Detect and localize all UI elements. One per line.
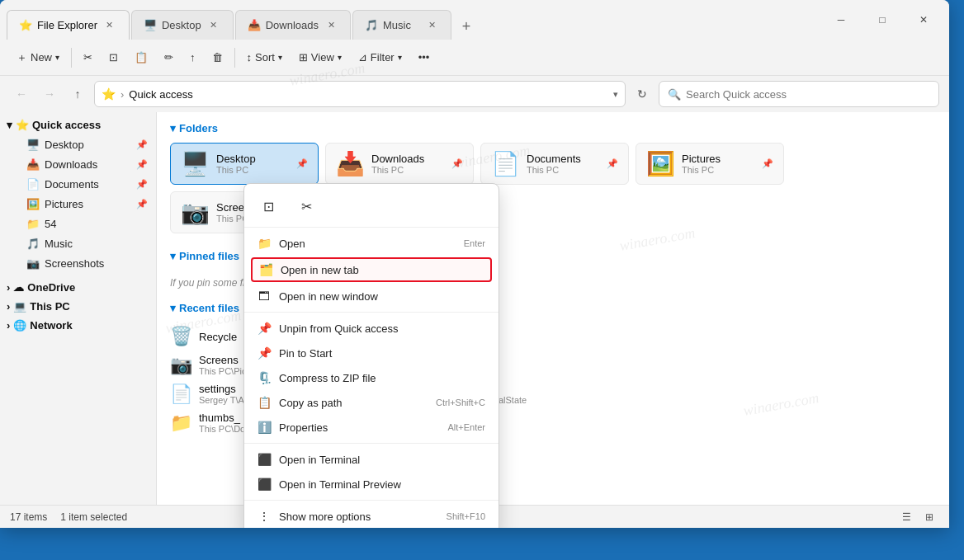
search-box[interactable]: 🔍 [659, 81, 939, 107]
sidebar-item-music[interactable]: 🎵 Music [3, 234, 153, 253]
tab-icon-desktop: 🖥️ [144, 19, 157, 31]
new-button[interactable]: ＋ New ▾ [10, 46, 66, 69]
ctx-open[interactable]: 📁 Open Enter [244, 231, 499, 256]
delete-button[interactable]: 🗑 [206, 47, 229, 68]
music-folder-icon: 🎵 [26, 238, 40, 250]
sort-label: Sort [255, 51, 275, 64]
documents-pin-icon: 📌 [136, 179, 148, 190]
folder-documents[interactable]: 📄 Documents This PC 📌 [480, 143, 629, 185]
sidebar-54-label: 54 [45, 218, 56, 230]
ctx-open-new-window[interactable]: 🗔 Open in new window [244, 284, 499, 308]
sidebar-network-header[interactable]: › 🌐 Network [0, 316, 156, 335]
sidebar-thispc-header[interactable]: › 💻 This PC [0, 297, 156, 316]
search-input[interactable] [686, 88, 930, 101]
copy-button[interactable]: ⊡ [102, 47, 125, 68]
view-chevron-icon: ▾ [338, 53, 342, 62]
ctx-open-new-tab[interactable]: 🗂️ Open in new tab [251, 257, 492, 282]
tab-music[interactable]: 🎵 Music ✕ [352, 10, 451, 40]
sidebar-item-downloads[interactable]: 📥 Downloads 📌 [3, 155, 153, 174]
documents-icon: 📄 [491, 150, 520, 177]
tab-close-downloads[interactable]: ✕ [324, 18, 338, 33]
maximize-button[interactable]: □ [863, 7, 901, 32]
sidebar-item-54[interactable]: 📁 54 [3, 214, 153, 233]
filter-chevron-icon: ▾ [398, 53, 402, 62]
folders-section-title[interactable]: ▾ Folders [170, 122, 936, 134]
tab-icon-downloads: 📥 [248, 19, 261, 31]
up-button[interactable]: ↑ [66, 82, 89, 106]
tab-label-downloads: Downloads [266, 19, 319, 31]
ctx-terminal-preview-icon: ⬛ [258, 478, 271, 491]
pictures-pin-icon: 📌 [136, 199, 148, 209]
sidebar-item-pictures[interactable]: 🖼️ Pictures 📌 [3, 195, 153, 214]
sidebar-music-label: Music [45, 238, 73, 250]
ctx-open-terminal[interactable]: ⬛ Open in Terminal [244, 447, 499, 472]
ctx-sep-3 [244, 500, 499, 501]
new-label: New [31, 51, 52, 64]
ctx-unpin[interactable]: 📌 Unpin from Quick access [244, 316, 499, 341]
address-path[interactable]: ⭐ › Quick access ▾ [94, 81, 626, 107]
downloads-icon: 📥 [336, 150, 365, 177]
more-button[interactable]: ••• [412, 47, 437, 68]
desktop-pin-icon: 📌 [136, 139, 148, 150]
sidebar-item-documents[interactable]: 📄 Documents 📌 [3, 175, 153, 194]
search-icon: 🔍 [668, 88, 681, 101]
ctx-pin-start-label: Pin to Start [279, 347, 332, 360]
ctx-open-terminal-preview[interactable]: ⬛ Open in Terminal Preview [244, 472, 499, 496]
tab-close-music[interactable]: ✕ [424, 18, 439, 33]
ctx-compress[interactable]: 🗜️ Compress to ZIP file [244, 365, 499, 390]
rename-icon: ✏ [164, 51, 173, 64]
new-icon: ＋ [17, 50, 27, 65]
ctx-pin-start[interactable]: 📌 Pin to Start [244, 341, 499, 365]
desktop-folder-icon: 🖥️ [26, 139, 40, 151]
list-view-button[interactable]: ☰ [896, 507, 916, 527]
ctx-new-window-label: Open in new window [279, 290, 378, 303]
forward-button[interactable]: → [38, 82, 61, 106]
ctx-terminal-preview-label: Open in Terminal Preview [279, 478, 401, 491]
ctx-properties-icon: ℹ️ [258, 421, 271, 434]
sidebar-item-screenshots[interactable]: 📷 Screenshots [3, 254, 153, 273]
view-button[interactable]: ⊞ View ▾ [292, 47, 348, 68]
pictures-sub: This PC [682, 165, 721, 175]
pinned-chevron-icon: ▾ [170, 250, 176, 262]
quick-access-star-icon: ⭐ [16, 119, 29, 131]
minimize-button[interactable]: ─ [822, 7, 860, 32]
folder-pictures[interactable]: 🖼️ Pictures This PC 📌 [636, 143, 784, 185]
paste-button[interactable]: 📋 [128, 47, 154, 68]
address-bar: ← → ↑ ⭐ › Quick access ▾ ↻ 🔍 [0, 76, 949, 112]
ctx-show-more[interactable]: ⋮ Show more options Shift+F10 [244, 504, 499, 528]
context-menu: ⊡ ✂ 📁 Open Enter 🗂️ Open in new tab 🗔 Op… [243, 183, 499, 528]
ctx-copy-path[interactable]: 📋 Copy as path Ctrl+Shift+C [244, 390, 499, 415]
documents-sub: This PC [527, 165, 581, 175]
ctx-copy-icon-btn[interactable]: ⊡ [254, 192, 282, 220]
tab-desktop[interactable]: 🖥️ Desktop ✕ [131, 10, 234, 40]
view-icon: ⊞ [299, 51, 308, 64]
back-button[interactable]: ← [10, 82, 33, 106]
pictures-name: Pictures [682, 153, 721, 165]
sidebar-quick-access-header[interactable]: ▾ ⭐ Quick access [0, 115, 156, 134]
refresh-button[interactable]: ↻ [631, 82, 654, 106]
address-chevron-icon: ▾ [613, 89, 618, 100]
folder-downloads[interactable]: 📥 Downloads This PC 📌 [325, 143, 474, 185]
ctx-cut-icon-btn[interactable]: ✂ [292, 192, 320, 220]
share-button[interactable]: ↑ [183, 47, 202, 68]
desktop-info: Desktop This PC [216, 153, 256, 175]
folder-desktop[interactable]: 🖥️ Desktop This PC 📌 [170, 143, 319, 185]
filter-button[interactable]: ⊿ Filter ▾ [352, 47, 409, 68]
address-star-icon: ⭐ [102, 87, 116, 101]
ctx-copy-path-icon: 📋 [258, 396, 271, 409]
sort-button[interactable]: ↕ Sort ▾ [240, 47, 289, 68]
tab-close-file-explorer[interactable]: ✕ [102, 18, 117, 33]
close-button[interactable]: ✕ [905, 7, 943, 32]
ctx-properties-label: Properties [279, 421, 328, 434]
cut-button[interactable]: ✂ [77, 47, 99, 68]
ctx-properties[interactable]: ℹ️ Properties Alt+Enter [244, 415, 499, 440]
sidebar-onedrive-header[interactable]: › ☁ OneDrive [0, 278, 156, 297]
tab-close-desktop[interactable]: ✕ [206, 18, 221, 33]
new-tab-button[interactable]: + [453, 13, 480, 40]
tab-downloads[interactable]: 📥 Downloads ✕ [235, 10, 351, 40]
rename-button[interactable]: ✏ [158, 47, 180, 68]
ctx-cut-icon: ✂ [301, 199, 312, 214]
tab-file-explorer[interactable]: ⭐ File Explorer ✕ [7, 10, 130, 40]
sidebar-item-desktop[interactable]: 🖥️ Desktop 📌 [3, 135, 153, 154]
grid-view-button[interactable]: ⊞ [919, 507, 939, 527]
